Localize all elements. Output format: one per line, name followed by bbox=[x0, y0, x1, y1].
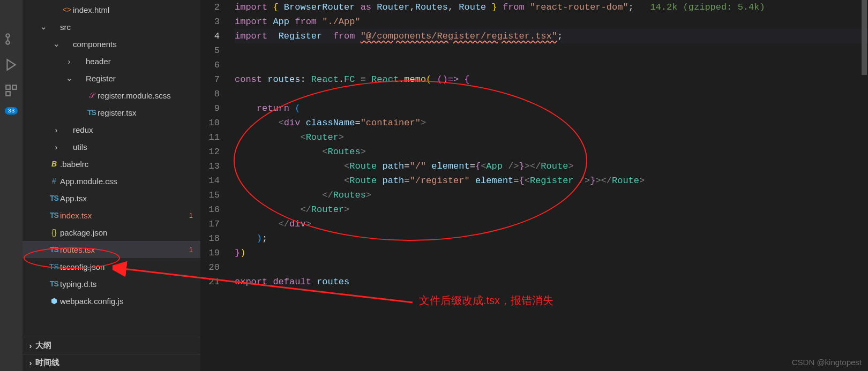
svg-rect-5 bbox=[6, 92, 10, 96]
chevron-icon: › bbox=[51, 125, 61, 134]
code-line[interactable] bbox=[235, 58, 868, 72]
source-control-icon[interactable] bbox=[4, 32, 18, 46]
file-tree[interactable]: <>index.html⌄src⌄components›header⌄Regis… bbox=[23, 0, 200, 337]
code-line[interactable]: import { BrowserRouter as Router,Routes,… bbox=[235, 0, 868, 14]
scrollbar-thumb[interactable] bbox=[862, 0, 867, 75]
line-number: 6 bbox=[200, 58, 220, 72]
code-line[interactable]: ); bbox=[235, 231, 868, 246]
tree-item-register[interactable]: ⌄Register bbox=[23, 70, 200, 87]
tree-item-label: Register bbox=[86, 74, 200, 83]
chevron-icon: › bbox=[26, 358, 35, 367]
line-number: 2 bbox=[200, 0, 220, 14]
code-line[interactable]: <div className="container"> bbox=[235, 116, 868, 130]
code-line[interactable] bbox=[235, 87, 868, 101]
code-line[interactable]: export default routes bbox=[235, 275, 868, 289]
tree-item-webpack-config-js[interactable]: ⬢webpack.config.js bbox=[23, 292, 200, 309]
line-number: 21 bbox=[200, 275, 220, 289]
tree-item-package-json[interactable]: {}package.json bbox=[23, 224, 200, 241]
code-line[interactable]: <Routes> bbox=[235, 145, 868, 159]
chevron-icon: ⌄ bbox=[39, 22, 48, 32]
tree-item-tsconfig-json[interactable]: TStsconfig.json bbox=[23, 258, 200, 275]
line-number: 19 bbox=[200, 246, 220, 260]
chevron-icon: ⌄ bbox=[51, 39, 61, 49]
code-line[interactable]: </div> bbox=[235, 217, 868, 231]
tree-item-label: index.tsx bbox=[60, 211, 189, 220]
tree-item-redux[interactable]: ›redux bbox=[23, 121, 200, 138]
code-line[interactable]: <Router> bbox=[235, 130, 868, 145]
tree-item-src[interactable]: ⌄src bbox=[23, 18, 200, 35]
line-number: 9 bbox=[200, 101, 220, 116]
tree-item-label: redux bbox=[73, 125, 200, 134]
line-number: 3 bbox=[200, 14, 220, 29]
line-number: 11 bbox=[200, 130, 220, 145]
tree-item-header[interactable]: ›header bbox=[23, 52, 200, 70]
tree-item-register-module-scss[interactable]: 𝒮register.module.scss bbox=[23, 87, 200, 104]
scrollbar[interactable] bbox=[860, 0, 868, 371]
file-icon: B bbox=[48, 160, 60, 168]
svg-point-0 bbox=[6, 34, 10, 37]
tree-item-app-module-css[interactable]: #App.module.css bbox=[23, 172, 200, 190]
file-icon: # bbox=[48, 177, 60, 185]
tree-item-label: header bbox=[86, 57, 200, 66]
tree-item-index-html[interactable]: <>index.html bbox=[23, 1, 200, 18]
tree-item-index-tsx[interactable]: TSindex.tsx1 bbox=[23, 207, 200, 224]
outline-section-1[interactable]: ›时间线 bbox=[23, 354, 200, 371]
chevron-icon: › bbox=[26, 341, 35, 350]
file-icon: TS bbox=[48, 211, 60, 219]
problem-count: 1 bbox=[189, 211, 200, 219]
tree-item-label: package.json bbox=[60, 228, 200, 237]
tree-item-label: tsconfig.json bbox=[60, 262, 200, 271]
line-number: 14 bbox=[200, 173, 220, 188]
tree-item-label: webpack.config.js bbox=[60, 297, 200, 306]
svg-rect-3 bbox=[6, 85, 10, 89]
code-line[interactable]: }) bbox=[235, 246, 868, 260]
code-line[interactable]: <Route path="/register" element={<Regist… bbox=[235, 173, 868, 188]
file-icon: TS bbox=[48, 245, 60, 254]
line-number: 8 bbox=[200, 87, 220, 101]
line-number-gutter: 23456789101112131415161718192021 bbox=[200, 0, 229, 289]
outline-section-label: 大纲 bbox=[35, 340, 51, 351]
tree-item--babelrc[interactable]: B.babelrc bbox=[23, 155, 200, 172]
tree-item-label: register.tsx bbox=[98, 108, 200, 117]
activity-badge: 33 bbox=[5, 107, 17, 115]
tree-item-app-tsx[interactable]: TSApp.tsx bbox=[23, 190, 200, 207]
code-line[interactable] bbox=[235, 260, 868, 275]
code-line[interactable]: const routes: React.FC = React.memo( ()=… bbox=[235, 72, 868, 87]
code-content[interactable]: import { BrowserRouter as Router,Routes,… bbox=[235, 0, 868, 289]
line-number: 12 bbox=[200, 145, 220, 159]
outline-section-0[interactable]: ›大纲 bbox=[23, 337, 200, 354]
tree-item-typing-d-ts[interactable]: TStyping.d.ts bbox=[23, 275, 200, 292]
code-line[interactable]: import App from "./App" bbox=[235, 14, 868, 29]
file-icon: {} bbox=[48, 228, 60, 237]
tree-item-register-tsx[interactable]: TSregister.tsx bbox=[23, 104, 200, 121]
chevron-icon: › bbox=[64, 57, 74, 66]
code-line[interactable]: return ( bbox=[235, 101, 868, 116]
file-icon: ⬢ bbox=[48, 297, 60, 305]
line-number: 15 bbox=[200, 188, 220, 202]
outline-section-label: 时间线 bbox=[35, 358, 59, 368]
code-line[interactable]: <Route path="/" element={<App />}></Rout… bbox=[235, 159, 868, 173]
tree-item-label: routes.tsx bbox=[60, 245, 189, 254]
extensions-icon[interactable] bbox=[4, 84, 18, 97]
code-line[interactable]: import Register from "@/components/Regis… bbox=[235, 29, 868, 43]
debug-icon[interactable] bbox=[4, 58, 18, 72]
code-line[interactable]: </Routes> bbox=[235, 188, 868, 202]
activity-bar: 33 bbox=[0, 0, 23, 371]
problem-count: 1 bbox=[189, 246, 200, 254]
explorer-sidebar: <>index.html⌄src⌄components›header⌄Regis… bbox=[23, 0, 200, 371]
chevron-icon: › bbox=[51, 142, 61, 152]
tree-item-label: register.module.scss bbox=[98, 91, 200, 100]
svg-marker-2 bbox=[7, 59, 15, 70]
line-number: 16 bbox=[200, 202, 220, 217]
line-number: 10 bbox=[200, 116, 220, 130]
tree-item-routes-tsx[interactable]: TSroutes.tsx1 bbox=[23, 241, 200, 258]
file-icon: TS bbox=[48, 194, 60, 202]
code-line[interactable]: </Router> bbox=[235, 202, 868, 217]
tree-item-utils[interactable]: ›utils bbox=[23, 138, 200, 155]
file-icon: TS bbox=[86, 108, 98, 117]
line-number: 5 bbox=[200, 43, 220, 58]
code-editor[interactable]: 23456789101112131415161718192021 import … bbox=[200, 0, 868, 371]
file-icon: TS bbox=[48, 262, 60, 271]
code-line[interactable] bbox=[235, 43, 868, 58]
tree-item-components[interactable]: ⌄components bbox=[23, 35, 200, 52]
